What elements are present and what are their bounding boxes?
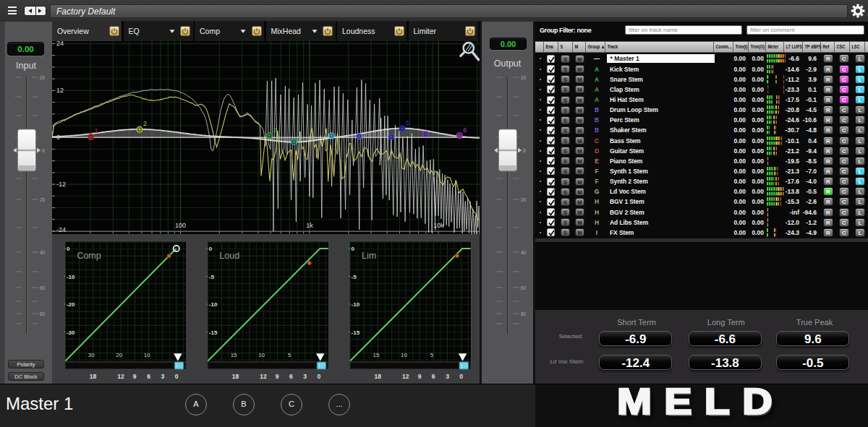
svg-text:-10: -10 [352, 301, 360, 308]
svg-text:-30: -30 [67, 329, 75, 336]
svg-text:-15: -15 [352, 329, 360, 336]
svg-text:40: 40 [521, 250, 527, 255]
svg-text:-12: -12 [56, 181, 66, 188]
svg-text:0: 0 [459, 373, 463, 380]
svg-text:6: 6 [147, 373, 150, 380]
svg-text:-20: -20 [67, 301, 75, 308]
svg-text:6: 6 [463, 126, 467, 134]
svg-text:3: 3 [273, 126, 277, 134]
svg-text:Comp: Comp [77, 251, 101, 261]
svg-text:3: 3 [161, 373, 164, 380]
svg-text:18: 18 [232, 373, 239, 380]
svg-text:20: 20 [40, 75, 46, 80]
svg-text:24: 24 [56, 41, 64, 47]
svg-text:18: 18 [374, 373, 381, 380]
svg-text:9: 9 [276, 373, 279, 380]
svg-text:80: 80 [40, 311, 46, 316]
svg-text:40: 40 [40, 250, 46, 255]
svg-text:-5: -5 [352, 274, 357, 280]
svg-text:30: 30 [88, 352, 95, 358]
svg-text:5: 5 [288, 352, 292, 358]
svg-text:4: 4 [297, 132, 301, 139]
svg-text:1: 1 [95, 127, 98, 134]
svg-text:10: 10 [258, 352, 265, 358]
svg-text:20: 20 [116, 352, 122, 358]
svg-text:12: 12 [56, 87, 64, 94]
svg-text:100: 100 [175, 222, 186, 229]
svg-text:9: 9 [418, 373, 422, 380]
svg-text:0: 0 [175, 373, 179, 380]
svg-text:0: 0 [67, 246, 70, 252]
svg-text:10: 10 [401, 352, 407, 358]
svg-text:20: 20 [521, 75, 527, 80]
svg-text:15: 15 [231, 352, 237, 358]
svg-text:9: 9 [133, 373, 137, 380]
svg-text:0: 0 [523, 148, 526, 153]
svg-text:0: 0 [42, 148, 45, 153]
svg-text:6: 6 [289, 373, 293, 380]
svg-text:Loud: Loud [219, 251, 239, 261]
svg-text:60: 60 [521, 285, 527, 290]
svg-text:2: 2 [143, 120, 147, 127]
svg-text:-10: -10 [209, 301, 218, 308]
svg-text:20: 20 [40, 197, 46, 202]
svg-text:20: 20 [521, 197, 527, 202]
svg-text:3: 3 [303, 373, 307, 380]
svg-text:5: 5 [430, 352, 434, 358]
svg-text:80: 80 [521, 311, 527, 316]
svg-text:12: 12 [402, 373, 409, 380]
svg-text:0: 0 [209, 246, 213, 252]
svg-text:12: 12 [117, 373, 124, 380]
svg-text:0: 0 [318, 373, 321, 380]
svg-text:3: 3 [446, 373, 449, 380]
svg-text:0: 0 [352, 246, 355, 252]
svg-text:10: 10 [144, 352, 150, 358]
svg-text:5: 5 [406, 119, 409, 126]
svg-text:1k: 1k [306, 222, 313, 229]
svg-text:-15: -15 [209, 329, 218, 336]
svg-text:18: 18 [90, 373, 97, 380]
svg-text:12: 12 [260, 373, 267, 380]
svg-text:-10: -10 [67, 274, 75, 280]
svg-text:-5: -5 [209, 274, 215, 280]
svg-text:15: 15 [373, 352, 379, 358]
svg-text:6: 6 [432, 373, 435, 380]
svg-text:60: 60 [40, 285, 46, 290]
svg-text:Lim: Lim [362, 251, 376, 261]
